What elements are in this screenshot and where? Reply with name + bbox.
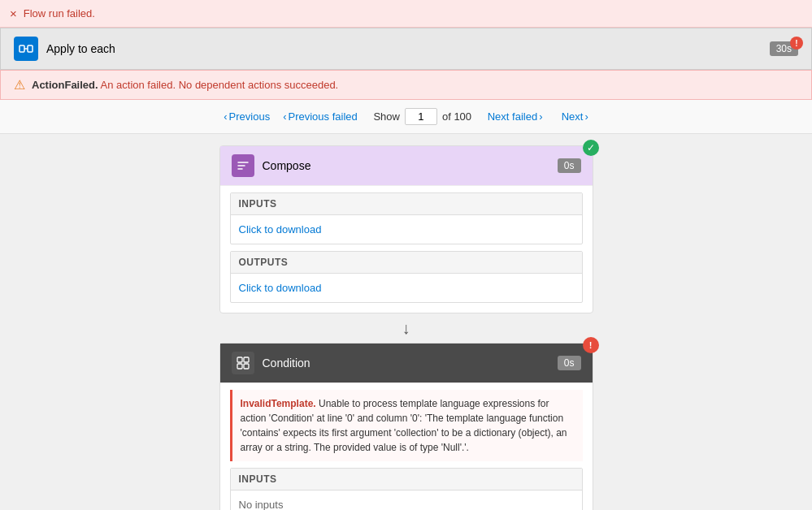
compose-outputs-download[interactable]: Click to download: [239, 282, 322, 294]
apply-each-label: Apply to each: [46, 42, 115, 55]
apply-each-error-badge: !: [790, 37, 803, 50]
previous-failed-label: Previous failed: [288, 110, 357, 123]
svg-rect-5: [237, 364, 242, 369]
compose-header: Compose 0s: [220, 146, 593, 186]
condition-header: Condition 0s: [220, 344, 593, 383]
next-button[interactable]: Next ›: [562, 110, 588, 123]
action-failed-bar: ⚠ ActionFailed. An action failed. No dep…: [0, 70, 812, 100]
compose-icon: [232, 154, 254, 177]
previous-button[interactable]: ‹ Previous: [224, 110, 270, 123]
compose-outputs-content: Click to download: [231, 274, 582, 302]
separator2: [364, 110, 367, 123]
close-icon[interactable]: ×: [10, 6, 17, 20]
center-content: Compose 0s ✓ INPUTS Click to download OU…: [0, 134, 812, 510]
condition-inputs-section: INPUTS No inputs: [230, 468, 583, 510]
action-failed-message: An action failed. No dependent actions s…: [101, 79, 339, 91]
compose-header-left: Compose: [232, 154, 311, 177]
pagination-bar: ‹ Previous ‹ Previous failed Show of 100…: [0, 100, 812, 134]
svg-rect-0: [20, 45, 24, 52]
condition-icon: [232, 352, 254, 374]
condition-error-message: InvalidTemplate. Unable to process templ…: [230, 390, 583, 461]
svg-rect-3: [237, 357, 242, 362]
condition-card: Condition 0s ! InvalidTemplate. Unable t…: [219, 343, 593, 510]
separator3: [478, 110, 481, 123]
compose-card: Compose 0s ✓ INPUTS Click to download OU…: [219, 145, 593, 313]
chevron-right-icon2: ›: [584, 110, 588, 123]
compose-outputs-section: OUTPUTS Click to download: [230, 251, 583, 303]
svg-rect-6: [244, 364, 249, 369]
arrow-down-1: ↓: [402, 320, 410, 336]
condition-time: 0s: [558, 356, 581, 370]
main-container: Apply to each 30s ! ⚠ ActionFailed. An a…: [0, 28, 812, 510]
apply-each-left: Apply to each: [14, 37, 115, 61]
previous-label: Previous: [229, 110, 271, 123]
apply-each-header: Apply to each 30s !: [0, 28, 812, 70]
compose-inputs-header: INPUTS: [231, 193, 582, 215]
separator4: [549, 110, 554, 123]
error-banner-text: Flow run failed.: [24, 7, 95, 19]
show-label: Show: [373, 110, 400, 123]
no-inputs-text: No inputs: [239, 494, 284, 510]
condition-inputs-header: INPUTS: [231, 469, 582, 491]
chevron-left-icon2: ‹: [283, 110, 286, 123]
previous-failed-button[interactable]: ‹ Previous failed: [283, 110, 358, 123]
condition-error-bold: InvalidTemplate.: [241, 398, 316, 409]
compose-time: 0s: [558, 158, 581, 173]
apply-each-icon: [14, 37, 38, 61]
compose-inputs-download[interactable]: Click to download: [239, 223, 322, 236]
compose-inputs-content: Click to download: [231, 215, 582, 244]
next-failed-button[interactable]: Next failed ›: [488, 110, 543, 123]
condition-inputs-content: No inputs: [231, 491, 582, 510]
compose-inputs-section: INPUTS Click to download: [230, 192, 583, 244]
error-banner: × Flow run failed.: [0, 0, 812, 28]
svg-rect-1: [28, 45, 33, 52]
chevron-right-icon: ›: [539, 110, 542, 123]
next-failed-label: Next failed: [488, 110, 537, 123]
next-label: Next: [562, 110, 584, 123]
svg-rect-4: [244, 357, 249, 362]
condition-title: Condition: [263, 357, 310, 370]
warn-icon: ⚠: [14, 77, 25, 93]
condition-error-badge: !: [583, 337, 599, 353]
compose-outputs-header: OUTPUTS: [231, 252, 582, 274]
compose-success-badge: ✓: [583, 140, 599, 156]
chevron-left-icon: ‹: [224, 110, 227, 123]
action-failed-text: ActionFailed. An action failed. No depen…: [32, 79, 338, 91]
of-total: of 100: [442, 110, 471, 123]
compose-title: Compose: [263, 159, 311, 172]
condition-header-left: Condition: [232, 352, 310, 374]
action-failed-bold: ActionFailed.: [32, 79, 98, 91]
page-input[interactable]: [405, 108, 437, 125]
